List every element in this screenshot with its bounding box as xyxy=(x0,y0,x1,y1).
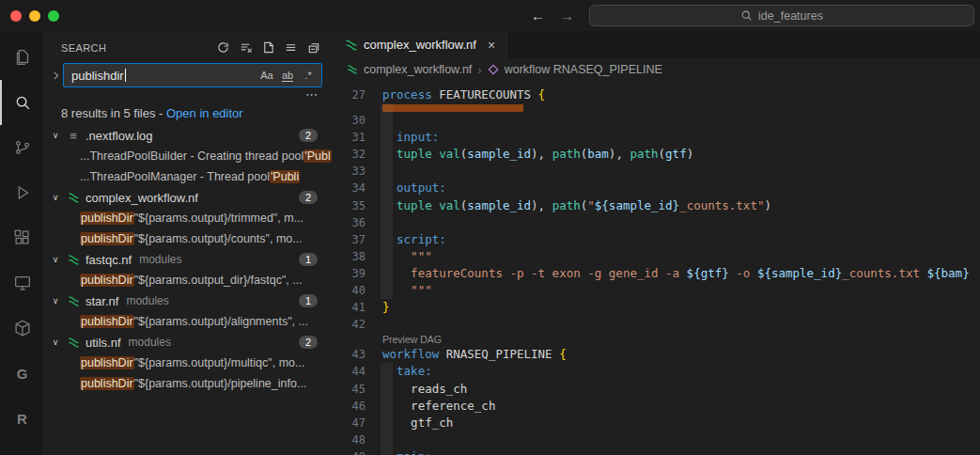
line-number[interactable]: 34 xyxy=(334,180,375,196)
code-line-content[interactable]: tuple val(sample_id), path(bam), path(gt… xyxy=(375,146,980,163)
code-line-content[interactable]: take: xyxy=(375,363,980,380)
activity-remote-explorer-button[interactable] xyxy=(0,260,42,306)
match-case-toggle[interactable]: Aa xyxy=(257,66,276,85)
line-number[interactable]: 39 xyxy=(334,265,375,282)
breadcrumb-symbol[interactable]: workflow RNASEQ_PIPELINE xyxy=(505,63,662,76)
search-result-match-row[interactable]: publishDir "${params.output}/counts", mo… xyxy=(42,228,334,249)
line-number[interactable]: 49 xyxy=(334,448,375,455)
line-number[interactable]: 30 xyxy=(334,112,375,129)
search-result-match-row[interactable]: publishDir "${params.output}/alignments"… xyxy=(42,311,334,332)
line-number[interactable]: 48 xyxy=(334,431,375,448)
clear-results-icon[interactable] xyxy=(239,40,253,55)
code-line: 43workflow RNASEQ_PIPELINE { xyxy=(334,346,980,363)
code-line-content[interactable]: } xyxy=(375,299,980,316)
match-highlight: 'Publ xyxy=(303,149,331,163)
titlebar: ← → ide_features xyxy=(0,0,980,31)
code-line-content[interactable]: """ xyxy=(375,282,980,299)
tab-complex-workflow[interactable]: complex_workflow.nf × xyxy=(334,31,507,58)
code-line: 32 tuple val(sample_id), path(bam), path… xyxy=(334,146,980,163)
search-result-match-row[interactable]: publishDir "${params.output}/multiqc", m… xyxy=(42,353,334,373)
search-result-match-row[interactable]: ...ThreadPoolBuilder - Creating thread p… xyxy=(42,146,334,166)
search-result-match-row[interactable]: ...ThreadPoolManager - Thread pool 'Publ… xyxy=(42,166,334,187)
toggle-search-details-button[interactable]: ⋯ xyxy=(42,87,334,100)
breadcrumb-file[interactable]: complex_workflow.nf xyxy=(364,63,472,76)
code-line-content[interactable]: featureCounts -p -t exon -g gene_id -a $… xyxy=(375,265,980,282)
line-number[interactable]: 42 xyxy=(334,316,375,333)
search-input[interactable]: publishdir Aa ab .* xyxy=(63,63,322,87)
code-line-content[interactable] xyxy=(375,112,980,129)
line-number[interactable]: 31 xyxy=(334,129,375,146)
code-line-content[interactable]: tuple val(sample_id), path("${sample_id}… xyxy=(375,197,980,214)
code-line-content[interactable] xyxy=(375,431,980,448)
regex-toggle[interactable]: .* xyxy=(299,66,318,85)
collapse-all-icon[interactable] xyxy=(306,40,320,55)
code-line-content[interactable]: main: xyxy=(375,448,980,455)
refresh-icon[interactable] xyxy=(216,40,230,55)
code-line-content[interactable]: reads_ch xyxy=(375,381,980,398)
line-number[interactable]: 43 xyxy=(334,346,375,363)
gutter[interactable] xyxy=(334,103,375,112)
line-number[interactable]: 33 xyxy=(334,163,375,180)
search-result-file-row[interactable]: ∨complex_workflow.nf2 xyxy=(42,187,334,208)
activity-explorer-button[interactable] xyxy=(0,35,42,80)
code-line-content[interactable]: gtf_ch xyxy=(375,415,980,431)
code-line-content[interactable]: output: xyxy=(375,180,980,196)
codelens-preview-dag[interactable]: Preview DAG xyxy=(375,333,980,346)
view-as-list-icon[interactable] xyxy=(284,40,298,55)
line-number[interactable]: 37 xyxy=(334,231,375,248)
line-number[interactable]: 44 xyxy=(334,363,375,380)
line-number[interactable]: 32 xyxy=(334,146,375,163)
forward-button[interactable]: → xyxy=(560,8,574,24)
activity-containers-button[interactable] xyxy=(0,306,42,351)
line-number[interactable]: 41 xyxy=(334,299,375,316)
toggle-replace-button[interactable] xyxy=(48,70,63,82)
close-window-button[interactable] xyxy=(10,10,22,22)
back-button[interactable]: ← xyxy=(531,8,545,24)
search-result-file-row[interactable]: ∨star.nfmodules1 xyxy=(42,290,334,311)
line-number[interactable]: 40 xyxy=(334,282,375,299)
remote-explorer-icon xyxy=(12,273,33,293)
gitlens-icon: G xyxy=(17,366,28,382)
code-line-content[interactable]: """ xyxy=(375,248,980,265)
line-number[interactable]: 46 xyxy=(334,398,375,415)
minimize-window-button[interactable] xyxy=(29,10,40,22)
match-suffix: "${params.output_dir}/fastqc", ... xyxy=(134,274,303,287)
code-line-content[interactable] xyxy=(375,316,980,333)
command-center[interactable]: ide_features xyxy=(589,5,974,26)
line-number[interactable]: 35 xyxy=(334,197,375,214)
search-result-file-row[interactable]: ∨fastqc.nfmodules1 xyxy=(42,249,334,270)
code-line-content[interactable]: script: xyxy=(375,231,980,248)
activity-extensions-button[interactable] xyxy=(0,215,42,260)
activity-gitlens-button[interactable]: G xyxy=(0,351,42,396)
activity-source-control-button[interactable] xyxy=(0,125,42,170)
code-editor[interactable]: 27process FEATURECOUNTS {3031 input:32 t… xyxy=(334,81,980,455)
code-line-content[interactable] xyxy=(375,214,980,231)
code-line-content[interactable] xyxy=(375,163,980,180)
search-result-match-row[interactable]: publishDir "${params.output}/trimmed", m… xyxy=(42,208,334,228)
code-line-content[interactable]: workflow RNASEQ_PIPELINE { xyxy=(375,346,980,363)
new-search-editor-icon[interactable] xyxy=(261,40,275,55)
line-number[interactable]: 38 xyxy=(334,248,375,265)
activity-run-debug-button[interactable] xyxy=(0,170,42,215)
breadcrumb-separator: › xyxy=(477,63,481,77)
search-result-match-row[interactable]: publishDir "${params.output}/pipeline_in… xyxy=(42,373,334,394)
search-result-file-row[interactable]: ∨utils.nfmodules2 xyxy=(42,332,334,353)
line-number[interactable]: 45 xyxy=(334,381,375,398)
open-in-editor-link[interactable]: Open in editor xyxy=(166,106,243,120)
code-line-content[interactable]: process FEATURECOUNTS { xyxy=(375,86,980,103)
code-line-content[interactable]: reference_ch xyxy=(375,398,980,415)
match-prefix: ...ThreadPoolBuilder - Creating thread p… xyxy=(80,149,303,163)
line-number[interactable]: 27 xyxy=(334,86,375,103)
chevron-down-icon: ∨ xyxy=(50,337,61,347)
zoom-window-button[interactable] xyxy=(48,10,59,22)
whole-word-toggle[interactable]: ab xyxy=(278,66,297,85)
close-tab-icon[interactable]: × xyxy=(488,38,495,53)
line-number[interactable]: 36 xyxy=(334,214,375,231)
activity-r-tools-button[interactable]: R xyxy=(0,396,42,441)
code-line-content[interactable]: input: xyxy=(375,129,980,146)
search-result-match-row[interactable]: publishDir "${params.output_dir}/fastqc"… xyxy=(42,270,334,290)
line-number[interactable]: 47 xyxy=(334,415,375,431)
nextflow-file-icon xyxy=(345,39,358,52)
search-result-file-row[interactable]: ∨≡.nextflow.log2 xyxy=(42,125,334,146)
activity-search-button[interactable] xyxy=(0,80,42,125)
